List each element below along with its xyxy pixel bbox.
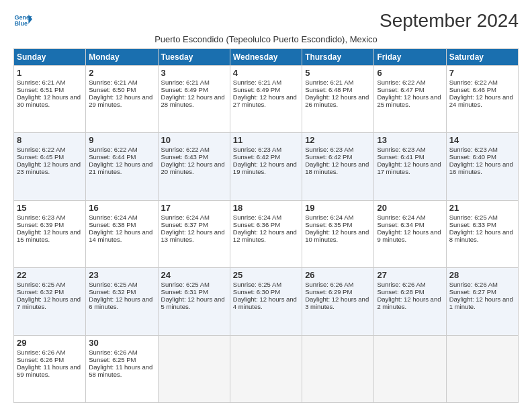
sunrise: Sunrise: 6:23 AM bbox=[305, 146, 353, 153]
sunset: Sunset: 6:50 PM bbox=[89, 86, 136, 93]
table-row: 22Sunrise: 6:25 AMSunset: 6:32 PMDayligh… bbox=[14, 268, 519, 335]
sunrise: Sunrise: 6:24 AM bbox=[89, 214, 137, 221]
header-row: Sunday Monday Tuesday Wednesday Thursday… bbox=[14, 48, 519, 65]
daylight-label: Daylight: 12 hours and 29 minutes. bbox=[89, 93, 152, 108]
sunset: Sunset: 6:41 PM bbox=[377, 153, 424, 161]
subtitle: Puerto Escondido (Tepeolulco Puerto Esco… bbox=[13, 34, 519, 44]
daylight-label: Daylight: 12 hours and 6 minutes. bbox=[89, 295, 152, 310]
day-number: 21 bbox=[449, 203, 515, 213]
day-number: 2 bbox=[89, 68, 154, 78]
daylight-label: Daylight: 12 hours and 23 minutes. bbox=[17, 161, 81, 175]
day-number: 18 bbox=[233, 203, 299, 213]
table-cell bbox=[158, 335, 230, 402]
day-number: 27 bbox=[377, 270, 443, 280]
sunset: Sunset: 6:51 PM bbox=[17, 86, 64, 93]
daylight-label: Daylight: 12 hours and 18 minutes. bbox=[305, 161, 369, 175]
header: General Blue September 2024 bbox=[13, 11, 519, 32]
day-number: 15 bbox=[17, 203, 83, 213]
day-number: 20 bbox=[377, 203, 443, 213]
sunrise: Sunrise: 6:21 AM bbox=[161, 79, 210, 86]
day-number: 3 bbox=[161, 68, 227, 78]
table-row: 1Sunrise: 6:21 AMSunset: 6:51 PMDaylight… bbox=[14, 65, 519, 132]
sunset: Sunset: 6:46 PM bbox=[449, 86, 496, 93]
calendar-table: Sunday Monday Tuesday Wednesday Thursday… bbox=[13, 48, 519, 403]
col-monday: Monday bbox=[86, 48, 158, 65]
day-number: 24 bbox=[161, 270, 227, 280]
daylight-label: Daylight: 12 hours and 26 minutes. bbox=[305, 93, 369, 108]
daylight-label: Daylight: 12 hours and 7 minutes. bbox=[17, 295, 81, 310]
sunset: Sunset: 6:33 PM bbox=[449, 221, 496, 228]
day-number: 1 bbox=[17, 68, 83, 78]
table-cell: 4Sunrise: 6:21 AMSunset: 6:49 PMDaylight… bbox=[230, 65, 302, 132]
daylight-label: Daylight: 12 hours and 17 minutes. bbox=[377, 161, 441, 175]
day-number: 14 bbox=[449, 135, 515, 145]
table-row: 15Sunrise: 6:23 AMSunset: 6:39 PMDayligh… bbox=[14, 200, 519, 267]
sunset: Sunset: 6:32 PM bbox=[89, 288, 136, 295]
sunrise: Sunrise: 6:21 AM bbox=[17, 79, 65, 86]
table-cell: 22Sunrise: 6:25 AMSunset: 6:32 PMDayligh… bbox=[14, 268, 86, 335]
day-number: 19 bbox=[305, 203, 371, 213]
sunrise: Sunrise: 6:23 AM bbox=[377, 146, 425, 153]
daylight-label: Daylight: 12 hours and 10 minutes. bbox=[305, 228, 369, 243]
sunset: Sunset: 6:32 PM bbox=[17, 288, 64, 295]
table-cell: 30Sunrise: 6:26 AMSunset: 6:25 PMDayligh… bbox=[86, 335, 158, 402]
svg-text:Blue: Blue bbox=[14, 20, 28, 27]
daylight-label: Daylight: 12 hours and 15 minutes. bbox=[17, 228, 81, 243]
table-cell: 18Sunrise: 6:24 AMSunset: 6:36 PMDayligh… bbox=[230, 200, 302, 267]
table-cell: 12Sunrise: 6:23 AMSunset: 6:42 PMDayligh… bbox=[302, 133, 374, 200]
day-number: 17 bbox=[161, 203, 227, 213]
daylight-label: Daylight: 12 hours and 21 minutes. bbox=[89, 161, 152, 175]
sunrise: Sunrise: 6:24 AM bbox=[377, 214, 425, 221]
table-cell: 11Sunrise: 6:23 AMSunset: 6:42 PMDayligh… bbox=[230, 133, 302, 200]
daylight-label: Daylight: 12 hours and 30 minutes. bbox=[17, 93, 81, 108]
day-number: 29 bbox=[17, 338, 83, 348]
sunrise: Sunrise: 6:25 AM bbox=[449, 214, 498, 221]
day-number: 8 bbox=[17, 135, 83, 145]
sunrise: Sunrise: 6:26 AM bbox=[377, 281, 425, 288]
table-cell: 3Sunrise: 6:21 AMSunset: 6:49 PMDaylight… bbox=[158, 65, 230, 132]
col-tuesday: Tuesday bbox=[158, 48, 230, 65]
day-number: 25 bbox=[233, 270, 299, 280]
table-cell: 13Sunrise: 6:23 AMSunset: 6:41 PMDayligh… bbox=[374, 133, 446, 200]
day-number: 11 bbox=[233, 135, 299, 145]
sunset: Sunset: 6:26 PM bbox=[17, 356, 64, 363]
sunset: Sunset: 6:25 PM bbox=[89, 356, 136, 363]
col-thursday: Thursday bbox=[302, 48, 374, 65]
table-cell: 19Sunrise: 6:24 AMSunset: 6:35 PMDayligh… bbox=[302, 200, 374, 267]
col-saturday: Saturday bbox=[446, 48, 518, 65]
table-cell: 17Sunrise: 6:24 AMSunset: 6:37 PMDayligh… bbox=[158, 200, 230, 267]
daylight-label: Daylight: 12 hours and 8 minutes. bbox=[449, 228, 513, 243]
sunrise: Sunrise: 6:22 AM bbox=[17, 146, 65, 153]
sunset: Sunset: 6:31 PM bbox=[161, 288, 208, 295]
daylight-label: Daylight: 12 hours and 5 minutes. bbox=[161, 295, 225, 310]
day-number: 26 bbox=[305, 270, 371, 280]
table-cell bbox=[230, 335, 302, 402]
sunrise: Sunrise: 6:26 AM bbox=[89, 349, 137, 356]
table-cell bbox=[446, 335, 518, 402]
sunrise: Sunrise: 6:23 AM bbox=[233, 146, 281, 153]
sunset: Sunset: 6:34 PM bbox=[377, 221, 424, 228]
page: General Blue September 2024 Puerto Escon… bbox=[0, 0, 532, 411]
sunset: Sunset: 6:35 PM bbox=[305, 221, 352, 228]
sunset: Sunset: 6:42 PM bbox=[233, 153, 280, 161]
logo: General Blue bbox=[13, 11, 32, 30]
sunrise: Sunrise: 6:22 AM bbox=[449, 79, 498, 86]
sunset: Sunset: 6:47 PM bbox=[377, 86, 424, 93]
daylight-label: Daylight: 12 hours and 2 minutes. bbox=[377, 295, 441, 310]
table-cell: 21Sunrise: 6:25 AMSunset: 6:33 PMDayligh… bbox=[446, 200, 518, 267]
table-row: 29Sunrise: 6:26 AMSunset: 6:26 PMDayligh… bbox=[14, 335, 519, 402]
sunrise: Sunrise: 6:25 AM bbox=[17, 281, 65, 288]
day-number: 4 bbox=[233, 68, 299, 78]
col-sunday: Sunday bbox=[14, 48, 86, 65]
sunrise: Sunrise: 6:24 AM bbox=[161, 214, 210, 221]
day-number: 9 bbox=[89, 135, 154, 145]
table-cell: 16Sunrise: 6:24 AMSunset: 6:38 PMDayligh… bbox=[86, 200, 158, 267]
daylight-label: Daylight: 12 hours and 24 minutes. bbox=[449, 93, 513, 108]
table-cell: 24Sunrise: 6:25 AMSunset: 6:31 PMDayligh… bbox=[158, 268, 230, 335]
sunset: Sunset: 6:42 PM bbox=[305, 153, 352, 161]
daylight-label: Daylight: 12 hours and 16 minutes. bbox=[449, 161, 513, 175]
sunrise: Sunrise: 6:21 AM bbox=[305, 79, 353, 86]
daylight-label: Daylight: 12 hours and 3 minutes. bbox=[305, 295, 369, 310]
table-cell: 29Sunrise: 6:26 AMSunset: 6:26 PMDayligh… bbox=[14, 335, 86, 402]
table-cell: 14Sunrise: 6:23 AMSunset: 6:40 PMDayligh… bbox=[446, 133, 518, 200]
